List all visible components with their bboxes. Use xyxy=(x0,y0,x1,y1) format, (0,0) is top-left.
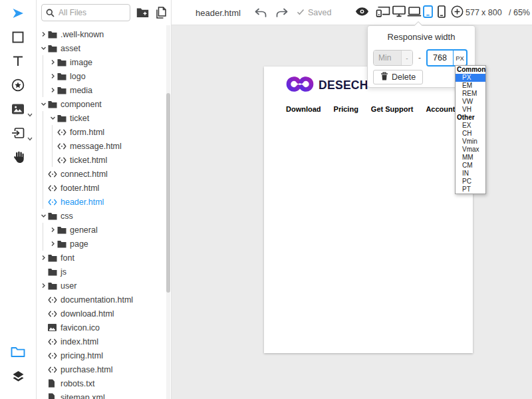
tree-item-sitemap-xml[interactable]: sitemap.xml xyxy=(37,390,166,399)
tree-item-pricing-html[interactable]: pricing.html xyxy=(37,348,166,362)
redo-button[interactable] xyxy=(276,0,288,25)
responsive-mode-button[interactable] xyxy=(376,0,390,25)
chevron-right-icon[interactable] xyxy=(39,255,48,261)
undo-button[interactable] xyxy=(255,0,267,25)
tree-item-media[interactable]: media xyxy=(37,83,166,97)
unit-option-mm[interactable]: MM xyxy=(456,154,485,162)
tree-item-robots-txt[interactable]: robots.txt xyxy=(37,376,166,390)
code-icon xyxy=(48,199,59,205)
delete-button[interactable]: Delete xyxy=(373,70,423,84)
unit-option-em[interactable]: EM xyxy=(456,82,485,90)
unit-option-in[interactable]: IN xyxy=(456,170,485,178)
file-manager-button[interactable] xyxy=(0,346,36,360)
tree-item-header-html[interactable]: header.html xyxy=(37,195,166,209)
text-tool-button[interactable] xyxy=(0,55,36,70)
nav-link-download[interactable]: Download xyxy=(286,105,321,113)
unit-option-ch[interactable]: CH xyxy=(456,130,485,138)
tree-item-image[interactable]: image xyxy=(37,55,166,69)
tree-item-download-html[interactable]: download.html xyxy=(37,307,166,321)
file-panel-header xyxy=(37,0,171,25)
hand-tool-button[interactable] xyxy=(0,151,36,166)
tree-item-message-html[interactable]: message.html xyxy=(37,139,166,153)
edited-page[interactable]: DESECH DownloadPricingGet SupportAccount xyxy=(264,66,473,353)
tree-item-label: general xyxy=(68,225,98,235)
chevron-down-icon[interactable] xyxy=(48,115,57,121)
unit-option-pc[interactable]: PC xyxy=(456,178,485,186)
tree-item-label: .well-known xyxy=(59,30,104,39)
new-file-button[interactable] xyxy=(155,7,166,19)
tree-item-component[interactable]: component xyxy=(37,97,166,111)
layers-button[interactable] xyxy=(0,370,36,384)
unit-option-vh[interactable]: VH xyxy=(456,106,485,114)
phone-mode-button[interactable] xyxy=(438,0,446,25)
tree-item-asset[interactable]: asset xyxy=(37,41,166,55)
code-icon xyxy=(48,297,59,303)
unit-option-pt[interactable]: PT xyxy=(456,186,485,194)
nav-link-get-support[interactable]: Get Support xyxy=(371,105,414,113)
chevron-right-icon[interactable] xyxy=(48,227,57,233)
tree-item-connect-html[interactable]: connect.html xyxy=(37,167,166,181)
tree-item-index-html[interactable]: index.html xyxy=(37,334,166,348)
search-input[interactable] xyxy=(41,4,130,21)
tree-item-purchase-html[interactable]: purchase.html xyxy=(37,362,166,376)
tree-item-page[interactable]: page xyxy=(37,237,166,251)
tree-item-user[interactable]: user xyxy=(37,279,166,293)
chevron-right-icon[interactable] xyxy=(48,87,57,93)
tree-item-font[interactable]: font xyxy=(37,251,166,265)
laptop-icon xyxy=(407,7,422,19)
tree-item-css[interactable]: css xyxy=(37,209,166,223)
input-tool-button[interactable] xyxy=(0,127,36,142)
element-tool-button[interactable] xyxy=(0,31,36,46)
chevron-down-icon[interactable] xyxy=(39,101,48,107)
cursor-tool-button[interactable] xyxy=(0,7,36,22)
unit-option-px[interactable]: PX xyxy=(456,74,485,82)
tree-item-general[interactable]: general xyxy=(37,223,166,237)
chevron-right-icon[interactable] xyxy=(39,283,48,289)
chevron-down-icon[interactable] xyxy=(39,213,48,219)
tree-item-documentation-html[interactable]: documentation.html xyxy=(37,293,166,307)
tree-scrollbar-thumb[interactable] xyxy=(166,93,170,293)
unit-option-vmin[interactable]: Vmin xyxy=(456,138,485,146)
preview-button[interactable] xyxy=(355,0,369,25)
unit-option-vw[interactable]: VW xyxy=(456,98,485,106)
chevron-right-icon[interactable] xyxy=(48,241,57,247)
tree-guide-line xyxy=(39,139,48,153)
chevron-down-icon[interactable] xyxy=(27,132,33,144)
nav-link-pricing[interactable]: Pricing xyxy=(334,105,358,113)
popup-caret xyxy=(413,21,424,26)
tree-item-ticket-html[interactable]: ticket.html xyxy=(37,153,166,167)
tree-item-ticket[interactable]: ticket xyxy=(37,111,166,125)
tree-item-label: image xyxy=(68,58,92,67)
image-tool-button[interactable] xyxy=(0,103,36,118)
tree-item-label: page xyxy=(68,239,88,249)
add-responsive-button[interactable] xyxy=(451,0,464,25)
component-tool-button[interactable] xyxy=(0,79,36,94)
chevron-right-icon[interactable] xyxy=(48,73,57,79)
unit-option-vmax[interactable]: Vmax xyxy=(456,146,485,154)
tree-item-js[interactable]: js xyxy=(37,265,166,279)
unit-option-rem[interactable]: REM xyxy=(456,90,485,98)
tree-guide-line xyxy=(39,237,48,251)
unit-dropdown: CommonPXEMREMVWVHOtherEXCHVminVmaxMMCMIN… xyxy=(455,65,486,194)
chevron-right-icon[interactable] xyxy=(48,59,57,65)
folder-icon xyxy=(57,240,68,248)
topbar: header.html Saved 577 x 800 / 65% xyxy=(172,0,532,25)
chevron-right-icon[interactable] xyxy=(39,31,48,37)
unit-option-cm[interactable]: CM xyxy=(456,162,485,170)
new-folder-button[interactable] xyxy=(136,7,149,18)
tree-item-favicon-ico[interactable]: favicon.ico xyxy=(37,321,166,334)
tree-item-logo[interactable]: logo xyxy=(37,69,166,83)
tree-item-footer-html[interactable]: footer.html xyxy=(37,181,166,195)
max-unit-button[interactable]: PX xyxy=(453,51,466,65)
nav-link-account[interactable]: Account xyxy=(426,105,455,113)
tablet-mode-button[interactable] xyxy=(423,0,433,25)
tree-item-label: connect.html xyxy=(59,170,108,179)
chevron-down-icon[interactable] xyxy=(39,45,48,51)
tree-item-well-known[interactable]: .well-known xyxy=(37,27,166,41)
unit-option-ex[interactable]: EX xyxy=(456,122,485,130)
tree-item-form-html[interactable]: form.html xyxy=(37,125,166,139)
desktop-mode-button[interactable] xyxy=(392,0,406,25)
tree-guide-line xyxy=(39,153,48,167)
max-width-input[interactable] xyxy=(428,51,453,65)
chevron-down-icon[interactable] xyxy=(27,108,33,120)
